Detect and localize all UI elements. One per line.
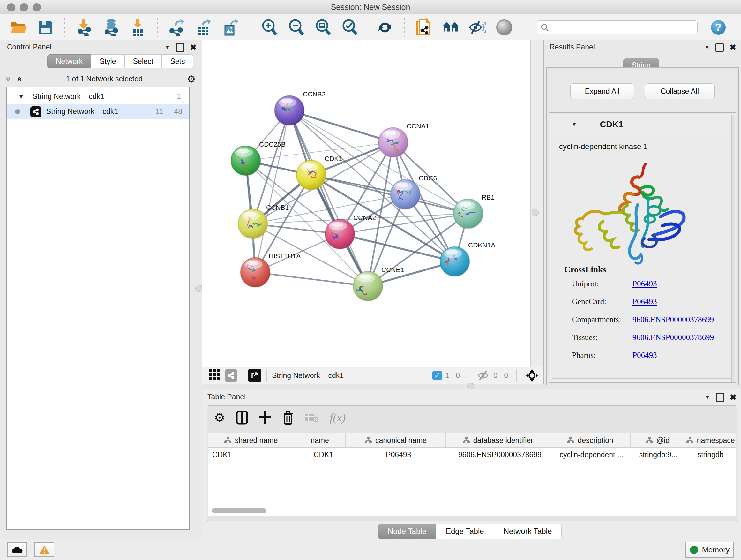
function-builder-button[interactable]: f(x) bbox=[330, 411, 346, 424]
close-panel-icon[interactable]: ✖ bbox=[730, 393, 737, 402]
node-entry-header[interactable]: ▼ CDK1 bbox=[549, 114, 736, 135]
network-glyph-icon bbox=[78, 27, 90, 37]
import-network-database-button[interactable] bbox=[102, 18, 120, 37]
zoom-fit-button[interactable] bbox=[314, 18, 332, 37]
export-arrow-icon bbox=[230, 19, 239, 25]
tab-node-table[interactable]: Node Table bbox=[378, 523, 436, 539]
right-splitter-grip[interactable] bbox=[532, 209, 539, 216]
zoom-selected-button[interactable] bbox=[341, 18, 359, 37]
enhance-labels-button[interactable] bbox=[468, 18, 486, 37]
string-network-graph[interactable]: CCNB2CCNA1CDC25BCDK1CDC6RB1CCNB1CCNA2CDK… bbox=[202, 40, 530, 367]
hidden-eye-slash-icon[interactable] bbox=[477, 370, 490, 381]
results-scrollbar[interactable] bbox=[731, 115, 735, 382]
delete-column-trash-icon[interactable] bbox=[282, 410, 294, 425]
import-network-file-button[interactable] bbox=[75, 18, 93, 37]
cell-id[interactable]: stringdb:9... bbox=[631, 448, 685, 462]
export-network-button[interactable] bbox=[168, 18, 186, 37]
zoom-fit-icon bbox=[317, 20, 330, 35]
toolbar-separator bbox=[404, 18, 405, 37]
column-header-id[interactable]: @id bbox=[630, 433, 685, 447]
tab-network[interactable]: Network bbox=[47, 54, 91, 68]
table-row[interactable]: CDK1 CDK1 P06493 9606.ENSP00000378699 cy… bbox=[208, 448, 736, 462]
crosslink-tissues[interactable]: 9606.ENSP00000378699 bbox=[632, 333, 714, 342]
detach-view-button[interactable] bbox=[248, 369, 261, 382]
crosslink-uniprot[interactable]: P06493 bbox=[632, 279, 657, 288]
export-image-button[interactable] bbox=[221, 18, 239, 37]
float-panel-icon[interactable] bbox=[716, 43, 724, 52]
column-header-database-identifier[interactable]: database identifier bbox=[446, 433, 550, 447]
zoom-in-button[interactable] bbox=[260, 18, 278, 37]
cloud-status-button[interactable] bbox=[7, 543, 27, 557]
svg-text:CDC25B: CDC25B bbox=[259, 140, 286, 148]
crosslink-label: Pharos: bbox=[572, 351, 596, 360]
protein-structure-image bbox=[565, 158, 699, 279]
entry-expander-icon[interactable]: ▼ bbox=[571, 121, 577, 128]
collapse-panel-icon[interactable]: ▼ bbox=[704, 394, 710, 401]
collapse-all-button[interactable]: Collapse All bbox=[645, 83, 715, 99]
network-canvas[interactable]: CCNB2CCNA1CDC25BCDK1CDC6RB1CCNB1CCNA2CDK… bbox=[202, 40, 530, 367]
string-home-button[interactable] bbox=[442, 18, 460, 37]
selected-checkbox-icon[interactable]: ✓ bbox=[432, 371, 442, 380]
network-options-gear-icon[interactable]: ⚙ bbox=[187, 73, 196, 84]
save-floppy-icon bbox=[37, 19, 53, 36]
tab-edge-table[interactable]: Edge Table bbox=[436, 523, 494, 539]
cell-namespace[interactable]: stringdb bbox=[685, 448, 736, 462]
left-splitter-grip[interactable] bbox=[195, 285, 202, 292]
tab-style[interactable]: Style bbox=[91, 54, 125, 68]
crosslink-genecard[interactable]: P06493 bbox=[632, 297, 657, 306]
show-graphics-details-button[interactable] bbox=[495, 18, 513, 37]
network-collection-row[interactable]: ▼ String Network – cdk1 1 bbox=[7, 89, 189, 104]
save-session-button[interactable] bbox=[37, 18, 54, 37]
delete-table-icon[interactable] bbox=[305, 412, 319, 423]
show-grid-button[interactable] bbox=[208, 368, 221, 383]
warnings-button[interactable] bbox=[35, 543, 54, 557]
crosslink-compartments[interactable]: 9606.ENSP00000378699 bbox=[632, 315, 714, 324]
show-columns-icon[interactable] bbox=[236, 411, 248, 425]
table-options-gear-icon[interactable]: ⚙ bbox=[214, 411, 225, 425]
zoom-out-button[interactable] bbox=[287, 18, 305, 37]
float-panel-icon[interactable] bbox=[716, 393, 724, 402]
expand-all-networks-icon[interactable]: » bbox=[4, 76, 13, 81]
tab-network-table[interactable]: Network Table bbox=[494, 523, 562, 539]
collapse-panel-icon[interactable]: ▼ bbox=[704, 44, 710, 51]
birdseye-crosshair-icon[interactable] bbox=[525, 368, 539, 382]
zoom-selected-icon bbox=[343, 20, 356, 35]
column-header-name[interactable]: name bbox=[294, 433, 346, 447]
help-button[interactable]: ? bbox=[711, 20, 726, 35]
table-horizontal-scrollbar[interactable] bbox=[212, 508, 266, 513]
apply-layout-button[interactable] bbox=[376, 18, 394, 37]
cell-description[interactable]: cyclin-dependent ... bbox=[551, 448, 631, 462]
open-session-button[interactable] bbox=[10, 18, 27, 37]
view-share-button[interactable] bbox=[225, 369, 238, 382]
string-import-button[interactable] bbox=[415, 18, 433, 37]
entry-description: cyclin-dependent kinase 1 bbox=[559, 142, 648, 151]
export-table-button[interactable] bbox=[195, 18, 212, 37]
search-field[interactable] bbox=[537, 20, 697, 35]
svg-text:RB1: RB1 bbox=[482, 193, 495, 201]
canvas-results-splitter[interactable] bbox=[530, 40, 544, 367]
collapse-panel-icon[interactable]: ▼ bbox=[165, 44, 170, 51]
column-header-namespace[interactable]: namespace bbox=[685, 433, 736, 447]
cell-database-identifier[interactable]: 9606.ENSP00000378699 bbox=[448, 448, 552, 462]
svg-text:CCNA1: CCNA1 bbox=[407, 122, 429, 130]
network-row[interactable]: String Network – cdk1 11 48 bbox=[7, 104, 189, 119]
column-header-shared-name[interactable]: shared name bbox=[208, 433, 294, 447]
collapse-all-networks-icon[interactable]: » bbox=[15, 76, 23, 81]
tab-sets[interactable]: Sets bbox=[162, 54, 193, 68]
expand-all-button[interactable]: Expand All bbox=[570, 83, 634, 99]
crosslink-pharos[interactable]: P06493 bbox=[632, 351, 657, 360]
column-header-description[interactable]: description bbox=[550, 433, 630, 447]
import-table-button[interactable] bbox=[129, 18, 147, 37]
close-panel-icon[interactable]: ✖ bbox=[190, 43, 197, 52]
cell-name[interactable]: CDK1 bbox=[298, 448, 349, 462]
float-panel-icon[interactable] bbox=[176, 43, 184, 52]
cell-shared-name[interactable]: CDK1 bbox=[208, 448, 298, 462]
tab-select[interactable]: Select bbox=[125, 54, 162, 68]
cell-canonical-name[interactable]: P06493 bbox=[349, 448, 448, 462]
add-column-icon[interactable] bbox=[259, 411, 272, 425]
memory-button[interactable]: Memory bbox=[685, 542, 734, 558]
close-panel-icon[interactable]: ✖ bbox=[730, 43, 736, 52]
network-share-icon bbox=[30, 106, 41, 117]
tree-expander-icon[interactable]: ▼ bbox=[18, 93, 24, 100]
column-header-canonical-name[interactable]: canonical name bbox=[346, 433, 446, 447]
